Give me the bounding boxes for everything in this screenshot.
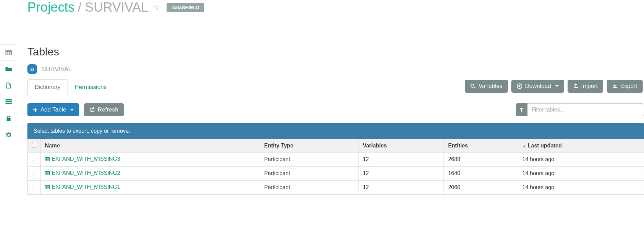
download-label: Download: [525, 83, 551, 90]
table-link[interactable]: EXPAND_WITH_MISSING2: [45, 170, 120, 176]
table-row: EXPAND_WITH_MISSING2Participant12164014 …: [28, 167, 644, 181]
row-entities: 1640: [444, 167, 518, 181]
variables-button[interactable]: Variables: [465, 80, 508, 93]
row-name-cell: EXPAND_WITH_MISSING3: [41, 153, 260, 167]
col-name[interactable]: Name: [41, 139, 260, 153]
sidebar: [0, 0, 17, 235]
tabs-row: Dictionary Permissions Variables Downloa…: [27, 79, 644, 95]
row-name-cell: EXPAND_WITH_MISSING2: [41, 167, 260, 181]
row-last-updated: 14 hours ago: [518, 181, 644, 195]
import-button[interactable]: Import: [568, 80, 603, 93]
row-entities: 2688: [444, 153, 518, 167]
table-icon: [45, 171, 50, 175]
table-row: EXPAND_WITH_MISSING1Participant12206014 …: [28, 181, 644, 195]
row-select-cell: [28, 153, 41, 167]
col-last-updated[interactable]: ▲Last updated: [518, 139, 644, 153]
filter-input[interactable]: [527, 103, 644, 116]
row-select-cell: [28, 181, 41, 195]
row-variables: 12: [359, 181, 444, 195]
toolbar: Add Table Refresh: [27, 103, 644, 116]
breadcrumb: Projects / SURVIVAL ☆ DataSHIELD: [27, 0, 644, 15]
svg-rect-7: [574, 87, 578, 88]
sidebar-item-tables[interactable]: [0, 44, 17, 61]
row-entity-type: Participant: [260, 153, 359, 167]
caret-icon: [555, 85, 559, 87]
sidebar-item-security[interactable]: [0, 110, 17, 127]
tabs: Dictionary Permissions: [27, 79, 114, 95]
svg-rect-8: [613, 87, 617, 88]
project-badge: D: [27, 64, 37, 74]
sidebar-item-settings[interactable]: [0, 127, 17, 143]
col-last-updated-label: Last updated: [528, 143, 562, 148]
row-select-cell: [28, 167, 41, 181]
export-label: Export: [620, 83, 637, 90]
main-content: Projects / SURVIVAL ☆ DataSHIELD Tables …: [17, 0, 644, 235]
tab-dictionary[interactable]: Dictionary: [27, 79, 68, 95]
project-name: SURVIVAL: [42, 66, 72, 73]
refresh-icon: [89, 107, 95, 113]
row-checkbox[interactable]: [32, 157, 36, 161]
tab-permissions[interactable]: Permissions: [68, 79, 114, 95]
sidebar-item-page[interactable]: [0, 77, 17, 94]
table-icon: [45, 185, 50, 190]
import-icon: [573, 83, 579, 89]
svg-point-4: [471, 84, 474, 87]
row-entity-type: Participant: [260, 167, 359, 181]
download-icon: [517, 83, 522, 89]
row-variables: 12: [359, 153, 444, 167]
download-button[interactable]: Download: [511, 80, 564, 93]
row-checkbox[interactable]: [32, 171, 36, 175]
info-bar: Select tables to export, copy or remove.: [27, 123, 644, 139]
row-name-cell: EXPAND_WITH_MISSING1: [41, 181, 260, 195]
table-icon: [45, 157, 50, 161]
filter-group: [516, 103, 644, 116]
col-select-all: [28, 139, 41, 153]
sort-asc-icon: ▲: [522, 144, 526, 148]
row-checkbox[interactable]: [32, 185, 36, 189]
col-variables[interactable]: Variables: [359, 139, 444, 153]
star-icon[interactable]: ☆: [153, 3, 160, 12]
import-label: Import: [581, 83, 598, 90]
breadcrumb-current: SURVIVAL: [85, 0, 148, 15]
export-icon: [612, 83, 618, 89]
svg-rect-0: [5, 99, 12, 100]
svg-rect-3: [7, 118, 10, 121]
col-entities[interactable]: Entities: [444, 139, 518, 153]
table-link[interactable]: EXPAND_WITH_MISSING1: [45, 184, 120, 190]
row-entity-type: Participant: [260, 181, 359, 195]
caret-icon: [70, 109, 74, 111]
refresh-button[interactable]: Refresh: [84, 103, 124, 116]
breadcrumb-root[interactable]: Projects: [27, 0, 74, 15]
filter-button[interactable]: [516, 103, 527, 116]
select-all-checkbox[interactable]: [32, 143, 36, 147]
table-row: EXPAND_WITH_MISSING3Participant12268814 …: [28, 153, 644, 167]
add-table-label: Add Table: [40, 106, 66, 113]
row-variables: 12: [359, 167, 444, 181]
row-entities: 2060: [444, 181, 518, 195]
breadcrumb-separator: /: [78, 0, 82, 15]
refresh-label: Refresh: [98, 106, 118, 113]
tables-table: Name Entity Type Variables Entities ▲Las…: [27, 139, 644, 195]
variables-label: Variables: [478, 83, 502, 90]
table-name: EXPAND_WITH_MISSING3: [52, 156, 120, 162]
row-last-updated: 14 hours ago: [518, 153, 644, 167]
plus-icon: [33, 107, 38, 112]
project-tag: DataSHIELD: [167, 3, 204, 12]
table-name: EXPAND_WITH_MISSING1: [52, 184, 120, 190]
filter-icon: [519, 107, 524, 112]
export-button[interactable]: Export: [607, 80, 643, 93]
project-line: D SURVIVAL: [27, 64, 644, 74]
sidebar-item-tasks[interactable]: [0, 94, 17, 110]
row-last-updated: 14 hours ago: [518, 167, 644, 181]
svg-rect-1: [5, 101, 12, 102]
add-table-button[interactable]: Add Table: [27, 103, 79, 116]
svg-rect-2: [5, 103, 12, 104]
svg-line-5: [474, 87, 475, 88]
sidebar-item-files[interactable]: [0, 61, 17, 77]
table-link[interactable]: EXPAND_WITH_MISSING3: [45, 156, 120, 162]
section-title: Tables: [27, 45, 644, 58]
tab-actions: Variables Download Import Export: [465, 80, 644, 95]
search-icon: [470, 83, 476, 89]
col-entity-type[interactable]: Entity Type: [260, 139, 359, 153]
table-name: EXPAND_WITH_MISSING2: [52, 170, 120, 176]
